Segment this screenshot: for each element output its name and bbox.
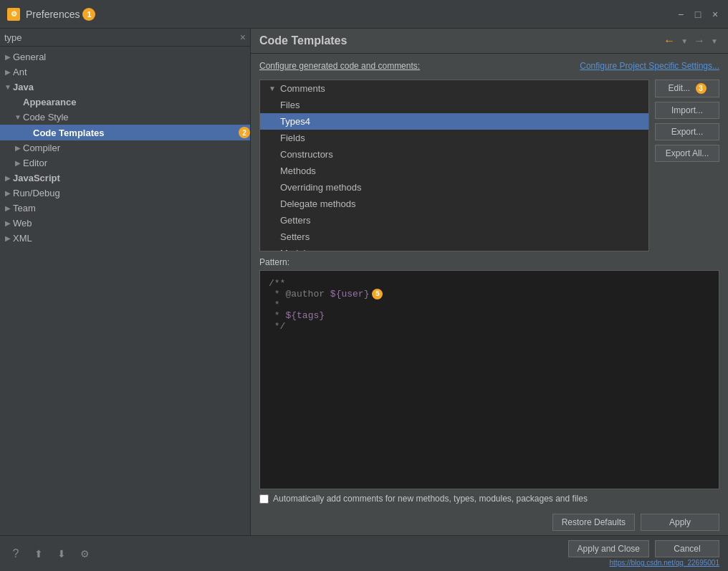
template-item-label: Overriding methods — [280, 182, 361, 193]
template-item-overriding[interactable]: Overriding methods — [260, 179, 648, 196]
nav-forward-dropdown-button[interactable]: ▼ — [709, 37, 719, 45]
template-item-label: Files — [280, 100, 300, 110]
close-button[interactable]: × — [709, 9, 721, 20]
template-item-label: Delegate methods — [280, 198, 356, 209]
bottom-left: ? ⬆ ⬇ ⚙ — [9, 547, 92, 561]
template-item-label: Fields — [280, 133, 305, 143]
arrow-icon: ▼ — [269, 85, 277, 92]
help-icon[interactable]: ? — [9, 547, 23, 561]
window-controls: − □ × — [675, 9, 721, 20]
search-input[interactable] — [4, 32, 240, 43]
auto-add-checkbox[interactable] — [259, 494, 269, 504]
edit-button[interactable]: Edit... 3 — [655, 80, 719, 97]
template-item-comments[interactable]: ▼ Comments — [260, 80, 648, 97]
import-icon[interactable]: ⬇ — [54, 547, 69, 561]
sidebar-item-general[interactable]: ▶ General — [0, 49, 250, 64]
content-header: Code Templates ← ▼ → ▼ — [251, 29, 728, 54]
arrow-icon: ▶ — [13, 144, 23, 152]
template-buttons: Edit... 3 Import... Export... Export All… — [655, 80, 719, 251]
content-panel: Code Templates ← ▼ → ▼ Configure generat… — [251, 29, 728, 535]
title-badge: 1 — [82, 8, 95, 21]
bottom-right: Apply and Close Cancel https://blog.csdn… — [568, 540, 719, 567]
title-bar: ⚙ Preferences 1 − □ × — [0, 0, 728, 29]
arrow-icon: ▶ — [3, 68, 13, 76]
import-button[interactable]: Import... — [655, 102, 719, 119]
sidebar-item-label: JavaScript — [13, 173, 250, 183]
arrow-icon: ▶ — [3, 234, 13, 242]
sidebar-item-label: Web — [13, 218, 250, 229]
template-item-types[interactable]: Types 4 — [260, 113, 648, 130]
sidebar-item-ant[interactable]: ▶ Ant — [0, 64, 250, 80]
nav-dropdown-button[interactable]: ▼ — [679, 37, 689, 45]
sidebar-item-compiler[interactable]: ▶ Compiler — [0, 140, 250, 155]
configure-project-link[interactable]: Configure Project Specific Settings... — [580, 61, 719, 71]
sidebar-item-label: Run/Debug — [13, 188, 250, 198]
sidebar-item-label: Compiler — [23, 143, 250, 153]
templates-section: ▼ Comments Files Types 4 Fields — [259, 80, 719, 251]
app-icon: ⚙ — [7, 8, 20, 21]
arrow-icon: ▶ — [3, 53, 13, 61]
sidebar-item-label: Editor — [23, 158, 250, 168]
export-button[interactable]: Export... — [655, 123, 719, 140]
settings-icon[interactable]: ⚙ — [77, 547, 92, 561]
pattern-section: Pattern: /** * @author ${user}5 * * ${ta… — [259, 257, 719, 504]
template-item-label: Setters — [280, 231, 310, 242]
templates-list: ▼ Comments Files Types 4 Fields — [259, 80, 649, 251]
main-layout: × ▶ General ▶ Ant ▼ Java — [0, 29, 728, 535]
template-item-label: Types — [280, 116, 305, 127]
sidebar-item-javascript[interactable]: ▶ JavaScript — [0, 171, 250, 186]
sidebar-item-web[interactable]: ▶ Web — [0, 216, 250, 231]
sidebar-item-java[interactable]: ▼ Java — [0, 80, 250, 95]
template-item-constructors[interactable]: Constructors — [260, 146, 648, 163]
template-item-label: Getters — [280, 215, 311, 226]
edit-badge: 3 — [696, 83, 707, 94]
template-item-label: Modules — [280, 248, 315, 251]
sidebar-item-codestyle[interactable]: ▼ Code Style — [0, 110, 250, 125]
configure-section-label: Configure generated code and comments: — [259, 61, 420, 71]
types-badge: 4 — [305, 116, 310, 127]
bottom-bar: ? ⬆ ⬇ ⚙ Apply and Close Cancel https://b… — [0, 535, 728, 571]
sidebar-item-label: XML — [13, 233, 250, 244]
template-item-setters[interactable]: Setters — [260, 229, 648, 245]
auto-add-row: Automatically add comments for new metho… — [259, 494, 719, 504]
minimize-button[interactable]: − — [675, 9, 686, 20]
export-icon[interactable]: ⬆ — [32, 547, 46, 561]
sidebar-item-team[interactable]: ▶ Team — [0, 201, 250, 216]
template-item-methods[interactable]: Methods — [260, 163, 648, 179]
configure-row: Configure generated code and comments: C… — [259, 61, 719, 71]
cancel-button[interactable]: Cancel — [655, 540, 719, 557]
template-item-label: Comments — [280, 83, 325, 94]
template-item-fields[interactable]: Fields — [260, 130, 648, 146]
footer-link[interactable]: https://blog.csdn.net/qq_22695001 — [610, 559, 719, 567]
template-item-modules[interactable]: Modules — [260, 245, 648, 251]
search-clear-button[interactable]: × — [240, 32, 246, 43]
nav-back-button[interactable]: ← — [662, 34, 676, 47]
content-title: Code Templates — [259, 34, 662, 47]
sidebar-item-appearance[interactable]: Appearance — [0, 95, 250, 110]
apply-button[interactable]: Apply — [641, 514, 719, 531]
pattern-editor[interactable]: /** * @author ${user}5 * * ${tags} */ — [259, 270, 719, 489]
template-item-label: Constructors — [280, 149, 333, 160]
search-bar: × — [0, 29, 250, 47]
arrow-icon: ▶ — [3, 174, 13, 182]
nav-arrows: ← ▼ → ▼ — [662, 34, 719, 47]
sidebar-item-codetemplates[interactable]: Code Templates 2 — [0, 125, 250, 140]
content-body: Configure generated code and comments: C… — [251, 54, 728, 511]
auto-add-label: Automatically add comments for new metho… — [273, 494, 588, 504]
export-all-button[interactable]: Export All... — [655, 145, 719, 162]
codetemplates-badge: 2 — [239, 127, 250, 138]
nav-forward-button[interactable]: → — [692, 34, 707, 47]
sidebar-item-label: General — [13, 52, 250, 62]
restore-defaults-button[interactable]: Restore Defaults — [552, 514, 635, 531]
template-item-getters[interactable]: Getters — [260, 212, 648, 229]
maximize-button[interactable]: □ — [692, 9, 704, 20]
template-item-delegate[interactable]: Delegate methods — [260, 196, 648, 212]
apply-close-button[interactable]: Apply and Close — [568, 540, 649, 557]
sidebar-item-xml[interactable]: ▶ XML — [0, 231, 250, 246]
arrow-icon: ▼ — [13, 113, 23, 121]
sidebar-item-editor[interactable]: ▶ Editor — [0, 155, 250, 171]
template-item-files[interactable]: Files — [260, 97, 648, 113]
pattern-label: Pattern: — [259, 257, 719, 267]
arrow-icon: ▶ — [13, 159, 23, 167]
sidebar-item-rundebug[interactable]: ▶ Run/Debug — [0, 186, 250, 201]
